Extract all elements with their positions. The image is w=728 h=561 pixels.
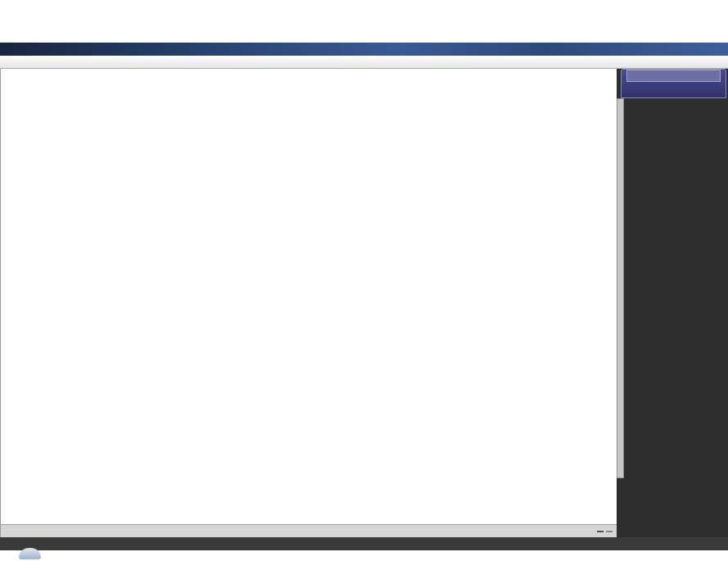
- softkey-menu-selection: [626, 70, 721, 82]
- window-title-bar[interactable]: [0, 43, 728, 56]
- status-bar: [0, 537, 728, 550]
- instrument-display: [0, 69, 617, 537]
- softkey-panel: [617, 69, 728, 537]
- screenshot-root: [0, 0, 728, 561]
- taskbar-orb-icon: [19, 548, 41, 559]
- stop-frequency-group: [595, 531, 617, 532]
- app-window: [0, 43, 728, 550]
- softkey-scrollbar[interactable]: [617, 98, 624, 478]
- footer-strip: [0, 550, 728, 561]
- trace-header: [3, 70, 14, 81]
- swr-chart: [1, 69, 617, 524]
- stimulus-bar: [1, 524, 617, 537]
- softkey-menu-header: [621, 69, 726, 98]
- menu-bar: [0, 56, 728, 69]
- off-badge: [597, 531, 604, 532]
- alert-badge: [606, 531, 613, 532]
